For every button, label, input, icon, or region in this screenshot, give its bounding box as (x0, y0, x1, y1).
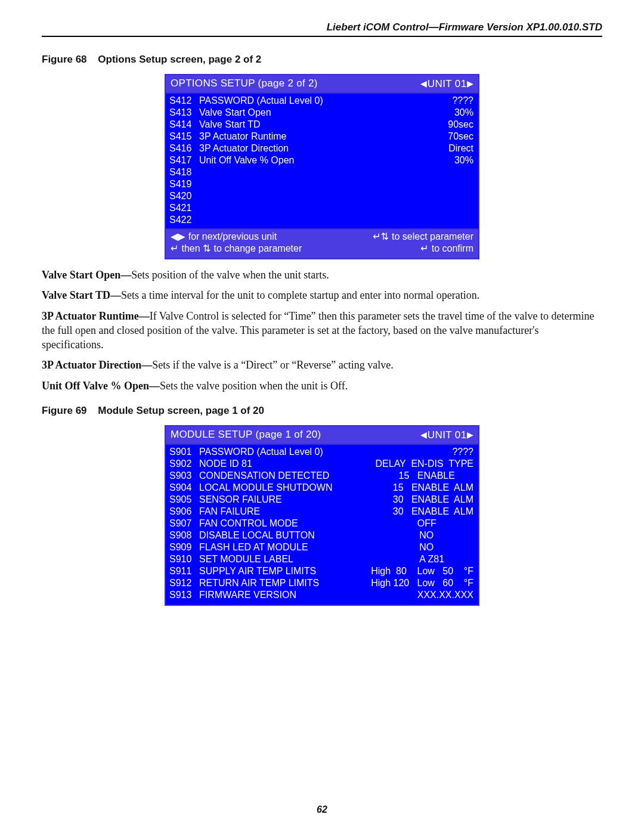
param-value (470, 214, 473, 226)
screen-body: S412PASSWORD (Actual Level 0)????S413Val… (166, 94, 478, 228)
description-term: Valve Start Open— (42, 269, 131, 281)
footer-hint: ◀▶ for next/previous unit (171, 231, 277, 243)
param-code: S417 (169, 154, 199, 166)
param-row[interactable]: S417Unit Off Valve % Open30% (169, 154, 473, 166)
description-paragraph: Valve Start TD—Sets a time interval for … (42, 288, 602, 302)
triangle-right-icon: ▶ (467, 429, 473, 441)
param-value (470, 190, 473, 202)
description-text: Sets if the valve is a “Direct” or “Reve… (152, 359, 393, 371)
description-term: Unit Off Valve % Open— (42, 380, 160, 392)
param-row[interactable]: S421 (169, 202, 473, 214)
description-term: 3P Actuator Direction— (42, 359, 152, 371)
triangle-left-icon: ◀ (420, 78, 427, 89)
description-text: Sets the valve position when the unit is… (160, 380, 348, 392)
param-label: CONDENSATION DETECTED (199, 470, 329, 482)
param-row[interactable]: S912RETURN AIR TEMP LIMITSHigh 120 Low 6… (168, 577, 477, 589)
param-value: NO (419, 541, 477, 553)
param-code: S420 (169, 190, 199, 202)
param-code: S911 (168, 565, 199, 577)
param-value: XXX.XX.XXX (417, 589, 477, 601)
param-label: SENSOR FAILURE (199, 494, 282, 506)
param-value: ???? (448, 95, 473, 107)
param-value: Direct (445, 143, 473, 154)
param-label: SET MODULE LABEL (199, 553, 293, 565)
param-row[interactable]: S420 (169, 190, 473, 202)
description-paragraph: 3P Actuator Runtime—If Valve Control is … (42, 309, 602, 352)
unit-indicator[interactable]: ◀UNIT 01▶ (420, 78, 473, 90)
description-paragraph: Unit Off Valve % Open—Sets the valve pos… (42, 379, 602, 393)
param-label: 3P Actuator Direction (199, 143, 289, 154)
figure-label: Figure 68 (42, 54, 87, 65)
footer-hint: ↵ then ⇅ to change parameter (171, 243, 302, 255)
param-row[interactable]: S903CONDENSATION DETECTED15 ENABLE (168, 470, 477, 482)
screen-title: MODULE SETUP (page 1 of 20) (171, 429, 321, 441)
footer-hint: ↵ to confirm (420, 243, 473, 255)
description-term: Valve Start TD— (42, 289, 121, 301)
screen-title: OPTIONS SETUP (page 2 of 2) (171, 78, 318, 90)
param-row[interactable]: S908DISABLE LOCAL BUTTONNO (168, 529, 477, 541)
param-code: S419 (169, 178, 199, 190)
param-row[interactable]: S905SENSOR FAILURE30 ENABLE ALM (168, 494, 477, 506)
param-value: 30% (451, 154, 473, 166)
param-label: DISABLE LOCAL BUTTON (199, 529, 315, 541)
param-code: S906 (168, 506, 199, 518)
param-label: SUPPLY AIR TEMP LIMITS (199, 565, 316, 577)
figure-title: Module Setup screen, page 1 of 20 (98, 405, 264, 416)
param-value: 15 ENABLE ALM (393, 482, 477, 494)
param-label: FAN FAILURE (199, 506, 260, 518)
param-row[interactable]: S904LOCAL MODULE SHUTDOWN15 ENABLE ALM (168, 482, 477, 494)
param-code: S413 (169, 107, 199, 119)
param-label: RETURN AIR TEMP LIMITS (199, 577, 319, 589)
param-row[interactable]: S4163P Actuator DirectionDirect (169, 143, 473, 154)
enter-icon: ↵ (171, 243, 182, 254)
param-value: A Z81 (419, 553, 477, 565)
param-row[interactable]: S413Valve Start Open30% (169, 107, 473, 119)
param-value (470, 202, 473, 214)
param-row[interactable]: S422 (169, 214, 473, 226)
enter-icon: ↵ (420, 243, 432, 254)
param-value: DELAY EN-DIS TYPE (376, 458, 478, 470)
triangle-left-icon: ◀ (420, 429, 427, 441)
param-row[interactable]: S911SUPPLY AIR TEMP LIMITSHigh 80 Low 50… (168, 565, 477, 577)
param-label: Valve Start Open (199, 107, 271, 119)
description-text: Sets position of the valve when the unit… (131, 269, 329, 281)
param-row[interactable]: S412PASSWORD (Actual Level 0)???? (169, 95, 473, 107)
param-row[interactable]: S414Valve Start TD90sec (169, 119, 473, 131)
param-value (470, 178, 473, 190)
left-right-nav-icon: ◀▶ (171, 231, 188, 242)
module-setup-screen: MODULE SETUP (page 1 of 20) ◀UNIT 01▶ S9… (165, 425, 479, 606)
param-label: PASSWORD (Actual Level 0) (199, 95, 323, 107)
param-row[interactable]: S907FAN CONTROL MODEOFF (168, 518, 477, 529)
up-down-icon: ⇅ (381, 231, 392, 242)
param-value: NO (419, 529, 477, 541)
param-row[interactable]: S419 (169, 178, 473, 190)
param-row[interactable]: S910SET MODULE LABELA Z81 (168, 553, 477, 565)
param-label: Unit Off Valve % Open (199, 154, 294, 166)
enter-icon: ↵ (373, 231, 380, 242)
param-row[interactable]: S901PASSWORD (Actual Level 0)???? (168, 446, 477, 458)
param-code: S904 (168, 482, 199, 494)
param-label: NODE ID 81 (199, 458, 252, 470)
unit-indicator[interactable]: ◀UNIT 01▶ (420, 429, 473, 441)
param-value: OFF (417, 518, 477, 529)
description-block: Valve Start Open—Sets position of the va… (42, 268, 602, 393)
param-label: PASSWORD (Actual Level 0) (199, 446, 323, 458)
figure-label: Figure 69 (42, 405, 87, 416)
param-row[interactable]: S4153P Actuator Runtime70sec (169, 131, 473, 143)
param-label: LOCAL MODULE SHUTDOWN (199, 482, 332, 494)
param-code: S909 (168, 541, 199, 553)
screen-footer: ◀▶ for next/previous unit ↵⇅ to select p… (166, 228, 478, 258)
param-code: S913 (168, 589, 199, 601)
param-code: S414 (169, 119, 199, 131)
param-row[interactable]: S418 (169, 166, 473, 178)
param-value: 90sec (444, 119, 473, 131)
param-row[interactable]: S909FLASH LED AT MODULENO (168, 541, 477, 553)
param-row[interactable]: S902NODE ID 81DELAY EN-DIS TYPE (168, 458, 477, 470)
options-setup-screen: OPTIONS SETUP (page 2 of 2) ◀UNIT 01▶ S4… (165, 74, 479, 259)
screen-body: S901PASSWORD (Actual Level 0)????S902NOD… (166, 445, 478, 605)
document-page: Liebert iCOM Control—Firmware Version XP… (0, 0, 644, 833)
param-row[interactable]: S913FIRMWARE VERSIONXXX.XX.XXX (168, 589, 477, 601)
up-down-icon: ⇅ (203, 243, 214, 254)
param-code: S415 (169, 131, 199, 143)
param-row[interactable]: S906FAN FAILURE30 ENABLE ALM (168, 506, 477, 518)
